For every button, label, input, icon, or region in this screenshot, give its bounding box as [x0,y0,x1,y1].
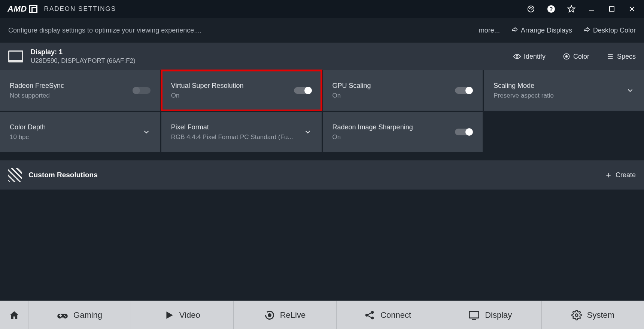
content-area [0,190,644,301]
updates-icon[interactable] [524,2,538,16]
tile-value: RGB 4:4:4 Pixel Format PC Standard (Fu..… [171,133,293,141]
list-icon [607,53,614,60]
tile-title: GPU Scaling [332,82,371,90]
home-tab[interactable] [0,301,28,329]
tile-title: Color Depth [10,123,46,131]
monitor-icon [8,50,23,62]
share-arrow-icon [511,27,518,34]
tile-scaling-mode[interactable]: Scaling Mode Preserve aspect ratio [484,70,644,111]
tab-label: Display [485,310,512,320]
freesync-toggle [133,87,151,94]
star-icon[interactable] [565,2,578,16]
color-wheel-icon [563,53,570,60]
chevron-down-icon [142,128,151,136]
svg-marker-3 [568,6,575,12]
settings-grid-row-2: Color Depth 10 bpc Pixel Format RGB 4:4:… [0,112,644,152]
display-icon [468,310,480,321]
tab-label: Video [179,310,200,320]
tab-relive[interactable]: ReLive [234,301,336,329]
tile-title: Virtual Super Resolution [171,82,244,90]
tab-gaming[interactable]: Gaming [28,301,131,329]
arrange-displays-label: Arrange Displays [521,27,572,34]
custom-resolutions-bar: Custom Resolutions ＋ Create [0,160,644,190]
display-info-bar: Display: 1 U28D590, DISPLAYPORT (66AF:F2… [0,43,644,70]
svg-point-15 [268,314,271,316]
display-port: U28D590, DISPLAYPORT (66AF:F2) [31,57,136,65]
tile-color-depth[interactable]: Color Depth 10 bpc [0,112,160,152]
svg-line-19 [368,313,371,314]
tab-connect[interactable]: Connect [337,301,439,329]
gamepad-icon [57,310,68,321]
help-icon[interactable]: ? [544,2,558,16]
app-title: RADEON SETTINGS [44,5,116,13]
amd-square-icon [29,5,37,13]
identify-label: Identify [524,53,546,61]
tile-value: On [332,133,413,141]
specs-button[interactable]: Specs [607,53,636,61]
tab-display[interactable]: Display [439,301,542,329]
more-link[interactable]: more... [479,27,500,34]
chevron-down-icon [626,86,634,95]
tile-image-sharpening[interactable]: Radeon Image Sharpening On [323,112,483,152]
svg-point-18 [371,316,374,319]
tab-video[interactable]: Video [131,301,234,329]
specs-label: Specs [617,53,636,61]
display-meta: Display: 1 U28D590, DISPLAYPORT (66AF:F2… [31,48,136,65]
tile-title: Scaling Mode [493,82,554,90]
color-label: Color [573,53,589,61]
tab-label: Gaming [73,310,102,320]
tile-virtual-super-resolution[interactable]: Virtual Super Resolution On [161,70,322,111]
display-name: Display: 1 [31,48,136,56]
close-button[interactable] [625,2,639,16]
tile-empty [484,112,644,152]
color-button[interactable]: Color [563,53,589,61]
svg-point-0 [528,6,534,12]
gear-icon [571,310,582,320]
tab-label: ReLive [280,310,306,320]
desktop-color-link[interactable]: Desktop Color [583,27,636,34]
svg-line-20 [368,316,371,317]
amd-logo: AMD [7,4,37,14]
tab-system[interactable]: System [542,301,644,329]
tile-pixel-format[interactable]: Pixel Format RGB 4:4:4 Pixel Format PC S… [161,112,322,152]
svg-rect-21 [470,311,479,318]
arrange-displays-link[interactable]: Arrange Displays [511,27,572,34]
tile-gpu-scaling[interactable]: GPU Scaling On [323,70,483,111]
identify-button[interactable]: Identify [513,53,546,61]
custom-resolutions-label: Custom Resolutions [28,171,98,179]
svg-point-8 [516,56,518,58]
tile-title: Radeon FreeSync [10,82,64,90]
tile-value: On [171,92,244,99]
create-resolution-button[interactable]: ＋ Create [604,169,636,181]
gpu-scaling-toggle[interactable] [455,87,473,94]
svg-text:?: ? [550,6,553,12]
create-label: Create [616,171,636,179]
settings-grid-row-1: Radeon FreeSync Not supported Virtual Su… [0,70,644,111]
hatch-icon [8,168,22,182]
tile-value: 10 bpc [10,133,46,141]
tile-freesync[interactable]: Radeon FreeSync Not supported [0,70,160,111]
svg-rect-5 [610,7,614,11]
svg-marker-14 [166,311,173,319]
svg-point-23 [575,314,578,316]
titlebar: AMD RADEON SETTINGS ? [0,0,644,18]
minimize-button[interactable] [585,2,598,16]
tab-label: System [587,310,614,320]
svg-point-16 [365,314,368,317]
connect-icon [364,310,375,321]
tile-value: Preserve aspect ratio [493,92,554,99]
play-icon [164,310,174,320]
relive-icon [264,310,275,320]
vsr-toggle[interactable] [294,87,312,94]
svg-point-10 [565,56,567,58]
desktop-color-label: Desktop Color [593,27,636,34]
page-subheader: Configure display settings to optimize y… [0,18,644,43]
bottom-nav: Gaming Video ReLive Connect Display Syst… [0,301,644,329]
tile-title: Radeon Image Sharpening [332,123,413,131]
tile-title: Pixel Format [171,123,293,131]
sharpening-toggle[interactable] [455,129,473,135]
maximize-button[interactable] [605,2,619,16]
share-arrow-icon [583,27,590,34]
amd-brand-text: AMD [7,4,27,14]
tile-value: On [332,92,371,99]
